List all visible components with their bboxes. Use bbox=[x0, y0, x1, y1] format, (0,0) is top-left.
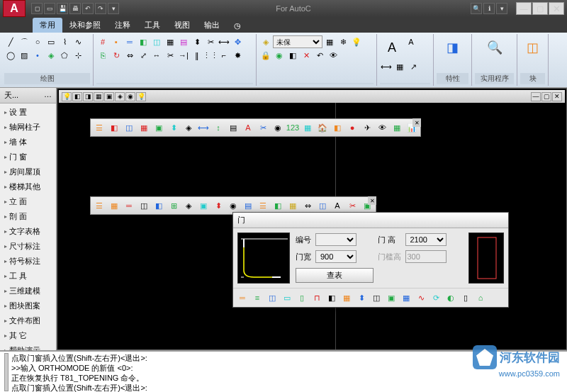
ds-2[interactable]: ≡ bbox=[250, 291, 264, 305]
tab-output[interactable]: 输出 bbox=[197, 18, 227, 33]
move-tool[interactable]: ✥ bbox=[231, 35, 244, 48]
ftb1-8[interactable]: ⟷ bbox=[196, 121, 210, 135]
ftb1-9[interactable]: ↕ bbox=[211, 121, 225, 135]
ftb2-18[interactable]: ✂ bbox=[345, 198, 359, 213]
props-palette[interactable]: ◨ bbox=[441, 35, 465, 60]
explode-tool[interactable]: ✸ bbox=[231, 49, 244, 62]
ftb2-9[interactable]: ⬍ bbox=[211, 198, 225, 213]
ds-12[interactable]: ▦ bbox=[399, 291, 413, 305]
ftb2-10[interactable]: ◉ bbox=[226, 198, 240, 213]
sidebar-item-wall[interactable]: 墙 体 bbox=[1, 135, 55, 150]
ds-6[interactable]: ⊓ bbox=[310, 291, 324, 305]
dialog-title[interactable]: 门 bbox=[233, 213, 508, 228]
layer-props[interactable]: ◈ bbox=[259, 35, 272, 48]
text-big[interactable]: A bbox=[380, 35, 404, 60]
ftb1-6[interactable]: ⬍ bbox=[167, 121, 181, 135]
utils-measure[interactable]: 🔍 bbox=[483, 35, 507, 60]
ftb2-12[interactable]: ☰ bbox=[256, 198, 270, 213]
help-dropdown[interactable]: ▾ bbox=[496, 3, 507, 14]
sidebar-item-3d[interactable]: 三维建模 bbox=[1, 284, 55, 298]
ftb2-16[interactable]: ◫ bbox=[315, 198, 330, 213]
layer-prev[interactable]: ↶ bbox=[313, 49, 326, 62]
tab-extra[interactable]: ◷ bbox=[227, 19, 248, 33]
layer-walk[interactable]: 👁 bbox=[327, 49, 339, 62]
ftb2-6[interactable]: ⊞ bbox=[167, 198, 181, 213]
sidebar-item-stair[interactable]: 楼梯其他 bbox=[1, 179, 55, 194]
ftb2-14[interactable]: ▦ bbox=[286, 198, 300, 213]
ftb2-3[interactable]: ═ bbox=[122, 198, 136, 213]
layer-match[interactable]: ◧ bbox=[286, 49, 299, 62]
point-tool[interactable]: • bbox=[31, 49, 44, 62]
copy-tool[interactable]: ⎘ bbox=[96, 49, 109, 62]
dim-tool[interactable]: ⟷ bbox=[218, 35, 230, 48]
floating-toolbar-1[interactable]: ☰ ◧ ◫ ▦ ▣ ⬍ ◈ ⟷ ↕ ▤ A ✂ ◉ 123 ▦ 🏠 ◧ ● ✈ … bbox=[90, 118, 421, 137]
ds-1[interactable]: ═ bbox=[235, 291, 249, 305]
hatch-tool[interactable]: ▨ bbox=[18, 49, 30, 62]
tab-view[interactable]: 视图 bbox=[167, 18, 197, 33]
input-width[interactable]: 900 bbox=[315, 250, 357, 263]
sidebar-item-section[interactable]: 剖 面 bbox=[1, 209, 55, 224]
tab-tools[interactable]: 工具 bbox=[137, 18, 167, 33]
qat-open[interactable]: ▭ bbox=[44, 3, 55, 14]
minimize-button[interactable]: — bbox=[516, 2, 532, 15]
ellipse-tool[interactable]: ◯ bbox=[4, 49, 17, 62]
drawing-canvas[interactable]: 💡 ◧ ◨ ▦ ▣ ◈ ◉ 💡 — ▢ ✕ ☰ ◧ ◫ ▦ ▣ ⬍ bbox=[57, 88, 567, 350]
doc-close-button[interactable]: ✕ bbox=[552, 92, 562, 101]
ftb1-close-icon[interactable]: ✕ bbox=[412, 118, 421, 127]
layer-tool1[interactable]: ◧ bbox=[72, 92, 82, 101]
ds-10[interactable]: ◫ bbox=[369, 291, 383, 305]
sidebar-item-settings[interactable]: 设 置 bbox=[1, 105, 55, 120]
qat-more[interactable]: ▾ bbox=[108, 3, 119, 14]
scale-tool[interactable]: ⤢ bbox=[137, 49, 150, 62]
column-tool[interactable]: ▪ bbox=[110, 35, 123, 48]
ftb1-4[interactable]: ▦ bbox=[137, 121, 151, 135]
ftb1-13[interactable]: ◉ bbox=[271, 121, 285, 135]
extend-tool[interactable]: →| bbox=[177, 49, 190, 62]
ftb2-15[interactable]: ⇔ bbox=[301, 198, 315, 213]
layer-freeze[interactable]: ❄ bbox=[337, 35, 349, 48]
ftb1-20[interactable]: 👁 bbox=[375, 121, 389, 135]
array-tool[interactable]: ⋮⋮ bbox=[204, 49, 217, 62]
layer-tool4[interactable]: ▣ bbox=[104, 92, 114, 101]
ftb2-7[interactable]: ◈ bbox=[181, 198, 196, 213]
tab-annotate[interactable]: 注释 bbox=[108, 18, 137, 33]
ftb1-2[interactable]: ◧ bbox=[107, 121, 121, 135]
sidebar-item-room[interactable]: 房间屋顶 bbox=[1, 164, 55, 179]
ds-15[interactable]: ◐ bbox=[444, 291, 458, 305]
ftb1-1[interactable]: ☰ bbox=[92, 121, 106, 135]
ftb1-7[interactable]: ◈ bbox=[181, 121, 196, 135]
close-button[interactable]: ✕ bbox=[549, 2, 564, 15]
ftb1-21[interactable]: ▦ bbox=[390, 121, 404, 135]
ftb1-19[interactable]: ✈ bbox=[360, 121, 374, 135]
ftb2-close-icon[interactable]: ✕ bbox=[368, 196, 376, 205]
sidebar-header[interactable]: 天...… bbox=[0, 88, 56, 103]
ds-4[interactable]: ▭ bbox=[280, 291, 294, 305]
info-icon[interactable]: ℹ bbox=[483, 3, 495, 14]
layer-bulb-icon[interactable]: 💡 bbox=[62, 92, 72, 101]
app-logo[interactable]: A bbox=[3, 0, 26, 17]
offset-tool[interactable]: ‖ bbox=[191, 49, 203, 62]
ds-9[interactable]: ⬍ bbox=[354, 291, 369, 305]
stair-tool[interactable]: ▤ bbox=[177, 35, 190, 48]
rotate-tool[interactable]: ↻ bbox=[110, 49, 123, 62]
ds-8[interactable]: ▦ bbox=[339, 291, 354, 305]
qat-redo[interactable]: ↷ bbox=[95, 3, 106, 14]
search-icon[interactable]: 🔍 bbox=[471, 3, 482, 14]
wall-tool[interactable]: ═ bbox=[123, 35, 136, 48]
ftb1-3[interactable]: ◫ bbox=[122, 121, 136, 135]
layer-lock[interactable]: 🔒 bbox=[259, 49, 272, 62]
sidebar-item-text[interactable]: 文字表格 bbox=[1, 224, 55, 239]
block-insert[interactable]: ◫ bbox=[521, 35, 545, 60]
tab-blocks[interactable]: 块和参照 bbox=[62, 18, 108, 33]
doc-min-button[interactable]: — bbox=[531, 92, 541, 101]
lookup-button[interactable]: 查表 bbox=[296, 268, 374, 283]
qat-print[interactable]: 🖶 bbox=[69, 3, 81, 14]
ftb2-8[interactable]: ▣ bbox=[196, 198, 210, 213]
door-tool[interactable]: ◧ bbox=[137, 35, 150, 48]
input-number[interactable] bbox=[315, 233, 357, 246]
ftb1-12[interactable]: ✂ bbox=[256, 121, 270, 135]
layer-tool2[interactable]: ◨ bbox=[83, 92, 93, 101]
ftb1-18[interactable]: ● bbox=[345, 121, 359, 135]
sidebar-item-door[interactable]: 门 窗 bbox=[1, 150, 55, 164]
elev-tool[interactable]: ⬍ bbox=[191, 35, 203, 48]
